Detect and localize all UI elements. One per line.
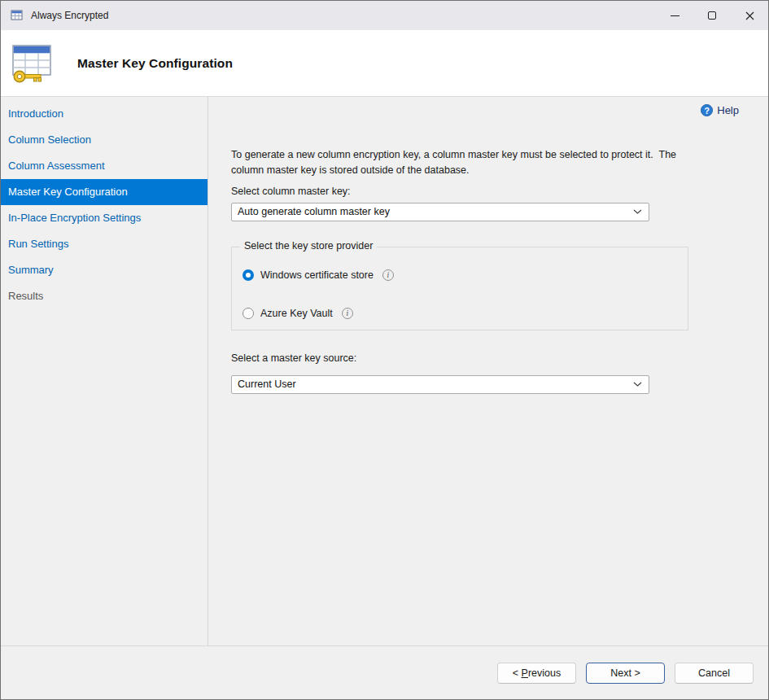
table-key-icon [11, 43, 55, 84]
help-link[interactable]: ? Help [701, 104, 739, 116]
wizard-footer: < Previous Next > Cancel [1, 645, 768, 699]
chevron-down-icon [633, 382, 642, 387]
nav-item-introduction[interactable]: Introduction [1, 101, 208, 127]
radio-azure-key-vault[interactable]: Azure Key Vault i [242, 308, 353, 319]
maximize-icon [708, 11, 716, 20]
key-source-dropdown[interactable]: Current User [231, 375, 649, 394]
info-icon[interactable]: i [342, 308, 353, 319]
help-label: Help [717, 104, 739, 116]
nav-item-master-key-configuration[interactable]: Master Key Configuration [1, 179, 208, 205]
info-icon[interactable]: i [382, 269, 394, 281]
radio-icon [242, 269, 254, 281]
app-icon [11, 9, 24, 22]
close-button[interactable] [731, 1, 768, 30]
next-button[interactable]: Next > [586, 663, 665, 684]
page-title: Master Key Configuration [77, 56, 233, 71]
nav-item-summary[interactable]: Summary [1, 257, 208, 283]
nav-item-column-assessment[interactable]: Column Assessment [1, 153, 208, 179]
key-source-value: Current User [238, 378, 633, 390]
titlebar: Always Encrypted [1, 1, 768, 30]
maximize-button[interactable] [693, 1, 731, 30]
previous-label-suffix: revious [528, 667, 561, 679]
radio-label: Azure Key Vault [260, 308, 333, 319]
radio-icon [242, 308, 254, 319]
page-content: ? Help To generate a new column encrypti… [208, 97, 768, 645]
minimize-button[interactable] [656, 1, 693, 30]
window-controls [656, 1, 768, 30]
previous-button[interactable]: < Previous [497, 663, 576, 684]
key-store-provider-group-label: Select the key store provider [240, 240, 377, 252]
wizard-steps-nav: Introduction Column Selection Column Ass… [1, 97, 208, 645]
intro-text: To generate a new column encryption key,… [231, 147, 700, 178]
wizard-body: Introduction Column Selection Column Ass… [1, 97, 768, 645]
master-key-label: Select column master key: [231, 186, 768, 197]
radio-windows-certificate-store[interactable]: Windows certificate store i [242, 269, 394, 281]
nav-item-run-settings[interactable]: Run Settings [1, 231, 208, 257]
minimize-icon [671, 15, 679, 16]
previous-label-prefix: < [513, 667, 522, 679]
cancel-button[interactable]: Cancel [675, 663, 754, 684]
close-icon [745, 11, 754, 20]
wizard-header: Master Key Configuration [1, 30, 768, 97]
previous-accesskey: P [522, 667, 528, 679]
nav-item-in-place-encryption-settings[interactable]: In-Place Encryption Settings [1, 205, 208, 231]
radio-label: Windows certificate store [260, 269, 374, 281]
help-icon: ? [701, 104, 713, 116]
nav-item-column-selection[interactable]: Column Selection [1, 127, 208, 153]
chevron-down-icon [633, 209, 642, 214]
always-encrypted-window: Always Encrypted [0, 0, 769, 700]
master-key-dropdown[interactable]: Auto generate column master key [231, 203, 649, 221]
nav-item-results[interactable]: Results [1, 283, 208, 309]
key-store-provider-group: Select the key store provider Windows ce… [231, 247, 688, 330]
key-source-label: Select a master key source: [231, 352, 768, 364]
window-title: Always Encrypted [31, 10, 108, 21]
master-key-value: Auto generate column master key [238, 206, 633, 217]
